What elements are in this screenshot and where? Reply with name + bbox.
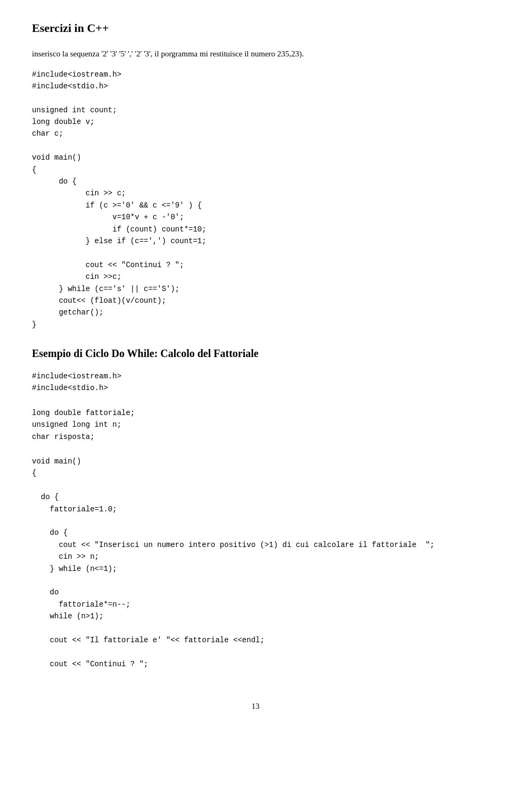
page-title: Esercizi in C++ xyxy=(32,21,479,35)
code-block-1: #include<iostream.h> #include<stdio.h> u… xyxy=(32,69,479,331)
page-number: 13 xyxy=(32,702,479,711)
section2-includes: #include<iostream.h> #include<stdio.h> xyxy=(32,370,479,394)
intro-paragraph: inserisco la sequenza '2' '3' '5' ',' '2… xyxy=(32,48,479,60)
section2-title: Esempio di Ciclo Do While: Calcolo del F… xyxy=(32,347,479,360)
section2-vars: long double fattoriale; unsigned long in… xyxy=(32,407,479,443)
section2-main: void main() { do { fattoriale=1.0; do { … xyxy=(32,455,479,670)
